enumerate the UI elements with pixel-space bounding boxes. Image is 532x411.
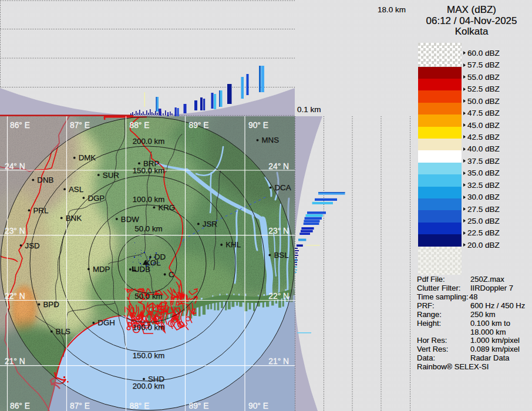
svg-text:DCA: DCA xyxy=(275,183,291,192)
svg-text:90° E: 90° E xyxy=(248,402,268,410)
svg-text:ASL: ASL xyxy=(69,185,83,194)
svg-text:BPD: BPD xyxy=(43,300,59,309)
svg-text:100.0 km: 100.0 km xyxy=(133,323,165,332)
svg-text:BDW: BDW xyxy=(121,215,139,224)
svg-text:50.0 km: 50.0 km xyxy=(134,224,162,233)
svg-text:DNB: DNB xyxy=(37,176,53,184)
svg-text:SHD: SHD xyxy=(148,375,164,383)
svg-text:24° N: 24° N xyxy=(268,162,289,171)
svg-text:50.0 km: 50.0 km xyxy=(134,292,162,301)
svg-text:89° E: 89° E xyxy=(189,121,209,130)
svg-text:150.0 km: 150.0 km xyxy=(133,351,165,360)
svg-text:SUR: SUR xyxy=(103,171,119,180)
svg-text:22° N: 22° N xyxy=(268,292,289,301)
svg-text:DGH: DGH xyxy=(97,318,115,327)
svg-text:90° E: 90° E xyxy=(248,121,268,130)
svg-text:KRG: KRG xyxy=(158,203,175,212)
svg-text:DGP: DGP xyxy=(87,194,105,203)
svg-text:BLS: BLS xyxy=(56,327,70,336)
svg-text:BRP: BRP xyxy=(143,159,159,168)
svg-text:UDB: UDB xyxy=(134,265,150,274)
svg-text:100.0 km: 100.0 km xyxy=(133,195,165,204)
svg-text:23° N: 23° N xyxy=(5,227,25,235)
svg-text:86° E: 86° E xyxy=(10,402,30,410)
svg-text:C: C xyxy=(169,270,174,279)
svg-text:88° E: 88° E xyxy=(130,121,150,130)
svg-text:89° E: 89° E xyxy=(189,402,209,410)
svg-text:BSL: BSL xyxy=(274,251,288,260)
svg-text:86° E: 86° E xyxy=(10,121,30,130)
svg-text:MDP: MDP xyxy=(93,265,110,274)
svg-text:KHL: KHL xyxy=(225,240,241,249)
svg-text:21° N: 21° N xyxy=(5,357,25,366)
svg-text:87° E: 87° E xyxy=(70,402,90,410)
svg-text:MNS: MNS xyxy=(262,136,280,144)
svg-text:BNK: BNK xyxy=(66,214,82,223)
svg-text:22° N: 22° N xyxy=(5,292,25,301)
svg-text:88° E: 88° E xyxy=(130,402,150,410)
svg-text:200.0 km: 200.0 km xyxy=(133,137,165,146)
svg-text:JSR: JSR xyxy=(203,220,217,228)
svg-text:PRL: PRL xyxy=(33,206,49,215)
svg-text:87° E: 87° E xyxy=(70,121,90,130)
svg-text:24° N: 24° N xyxy=(5,162,25,171)
svg-text:JSD: JSD xyxy=(25,241,40,250)
svg-text:DMK: DMK xyxy=(79,153,96,162)
svg-text:21° N: 21° N xyxy=(268,357,289,366)
svg-text:23° N: 23° N xyxy=(268,227,289,235)
